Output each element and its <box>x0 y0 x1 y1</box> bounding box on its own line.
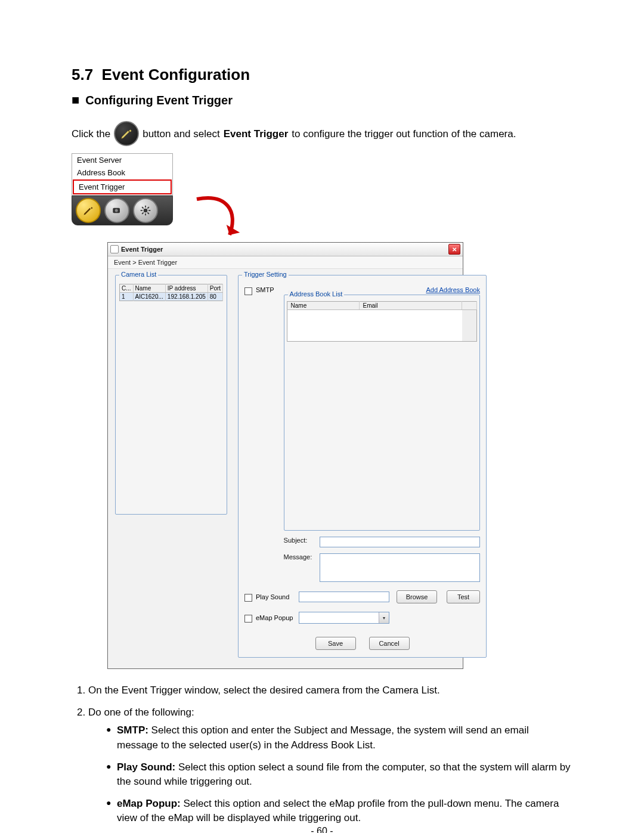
page-number: - 60 - <box>0 826 644 833</box>
subject-input[interactable] <box>320 537 480 547</box>
section-title: 5.7 Event Configuration <box>72 66 572 84</box>
camera-icon[interactable] <box>104 198 129 223</box>
section-number: 5.7 <box>72 66 93 83</box>
subsection-row: ■ Configuring Event Trigger <box>72 92 572 108</box>
dialog-body: Camera List C... Name IP address Port 1 … <box>108 269 463 668</box>
svg-point-2 <box>144 209 148 213</box>
menu-item-event-trigger[interactable]: Event Trigger <box>73 179 172 194</box>
subsection-title: Configuring Event Trigger <box>85 94 233 107</box>
test-button[interactable]: Test <box>447 590 480 603</box>
pen-icon[interactable] <box>76 198 101 223</box>
address-book-table[interactable]: Name Email <box>287 301 477 342</box>
bullet-play-sound: Play Sound: Select this option select a … <box>106 760 572 789</box>
intro-mid: button and select <box>143 127 219 141</box>
steps-list: On the Event Trigger window, select the … <box>72 683 572 826</box>
chevron-down-icon[interactable]: ▾ <box>379 612 389 623</box>
svg-line-8 <box>147 212 149 214</box>
step-1: On the Event Trigger window, select the … <box>88 683 572 698</box>
step-2-bullets: SMTP: Select this option and enter the S… <box>88 723 572 826</box>
intro-text: Click the button and select Event Trigge… <box>72 116 572 141</box>
toolbar <box>72 196 173 225</box>
smtp-row: SMTP Add Address Book Address Book List … <box>244 286 480 582</box>
bullet-smtp: SMTP: Select this option and enter the S… <box>106 723 572 753</box>
smtp-checkbox[interactable] <box>244 287 252 295</box>
intro-bold: Event Trigger <box>224 127 289 141</box>
addr-col-name: Name <box>287 302 359 310</box>
dialog-breadcrumb: Event > Event Trigger <box>108 256 463 269</box>
play-sound-label: Play Sound <box>256 593 295 600</box>
dialog-app-icon <box>110 245 119 253</box>
message-label: Message: <box>284 553 315 561</box>
play-sound-row: Play Sound Browse Test <box>244 590 480 603</box>
save-button[interactable]: Save <box>315 637 356 650</box>
curved-arrow-icon <box>191 193 262 253</box>
emap-select[interactable]: ▾ <box>299 612 389 624</box>
camera-list-group: Camera List C... Name IP address Port 1 … <box>115 275 227 515</box>
intro-pre: Click the <box>72 127 110 141</box>
menu-item-event-server[interactable]: Event Server <box>72 154 172 166</box>
svg-point-1 <box>115 209 118 212</box>
context-menu-illustration: Event Server Address Book Event Trigger <box>72 153 173 225</box>
camera-col-ip: IP address <box>165 284 208 293</box>
play-sound-path-input[interactable] <box>299 592 389 602</box>
bullet-emap: eMap Popup: Select this option and selec… <box>106 797 572 826</box>
emap-checkbox[interactable] <box>244 615 252 623</box>
scrollbar[interactable] <box>462 302 477 310</box>
context-menu: Event Server Address Book Event Trigger <box>72 153 173 196</box>
camera-list-table[interactable]: C... Name IP address Port 1 AIC1620... 1… <box>119 284 223 301</box>
smtp-label: SMTP <box>256 286 274 293</box>
dialog-titlebar: Event Trigger ✕ <box>108 243 463 256</box>
svg-line-10 <box>147 207 149 209</box>
trigger-setting-legend: Trigger Setting <box>242 271 289 278</box>
pen-icon <box>114 121 139 146</box>
svg-line-9 <box>142 212 144 214</box>
trigger-setting-group: Trigger Setting SMTP Add Address Book Ad… <box>238 275 487 658</box>
cancel-button[interactable]: Cancel <box>369 637 410 650</box>
arrow-illustration <box>72 227 572 242</box>
menu-item-address-book[interactable]: Address Book <box>72 166 172 179</box>
browse-button[interactable]: Browse <box>397 590 437 603</box>
subject-label: Subject: <box>284 537 315 544</box>
address-book-group: Address Book List Name Email <box>284 295 480 531</box>
close-icon[interactable]: ✕ <box>448 244 460 255</box>
address-book-legend: Address Book List <box>288 290 345 298</box>
table-row[interactable]: 1 AIC1620... 192.168.1.205 80 <box>120 293 223 301</box>
emap-row: eMap Popup ▾ <box>244 612 480 624</box>
camera-col-c: C... <box>120 284 134 293</box>
intro-post: to configure the trigger out function of… <box>292 127 516 141</box>
gear-icon[interactable] <box>133 198 158 223</box>
addr-col-email: Email <box>359 302 462 310</box>
play-sound-checkbox[interactable] <box>244 594 252 602</box>
dialog-actions: Save Cancel <box>244 637 480 650</box>
svg-line-7 <box>142 207 144 209</box>
emap-label: eMap Popup <box>256 614 295 621</box>
step-2: Do one of the following: SMTP: Select th… <box>88 705 572 826</box>
section-name: Event Configuration <box>102 66 250 83</box>
camera-col-port: Port <box>208 284 222 293</box>
camera-col-name: Name <box>133 284 165 293</box>
square-bullet-icon: ■ <box>72 92 79 108</box>
document-page: 5.7 Event Configuration ■ Configuring Ev… <box>0 0 644 833</box>
dialog-title: Event Trigger <box>121 246 163 253</box>
event-trigger-dialog: Event Trigger ✕ Event > Event Trigger Ca… <box>107 242 463 669</box>
message-input[interactable] <box>320 553 480 582</box>
camera-list-legend: Camera List <box>119 271 158 278</box>
